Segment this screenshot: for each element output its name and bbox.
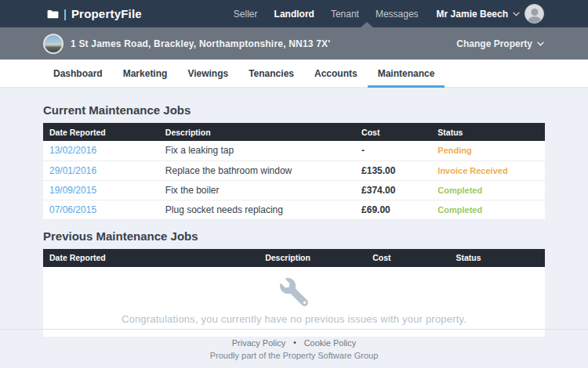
- nav-item-tenant[interactable]: Tenant: [331, 9, 359, 20]
- top-navbar: | PropertyFile Seller Landlord Tenant Me…: [0, 0, 588, 27]
- avatar[interactable]: [524, 4, 544, 23]
- job-date-link[interactable]: 07/06/2015: [49, 204, 96, 215]
- job-description: Plug socket needs replacing: [159, 200, 355, 219]
- change-property-label: Change Property: [456, 38, 532, 49]
- empty-state-message: Congratulations, you currently have no p…: [122, 313, 466, 325]
- status-badge: Pending: [431, 141, 545, 161]
- table-row: 07/06/2015 Plug socket needs replacing £…: [43, 200, 545, 219]
- job-date-link[interactable]: 29/01/2016: [49, 165, 96, 176]
- wrench-icon: [280, 278, 308, 306]
- footer-separator: •: [293, 338, 296, 347]
- table-row: 13/02/2016 Fix a leaking tap - Pending: [43, 141, 545, 161]
- tab-maintenance[interactable]: Maintenance: [368, 60, 445, 87]
- user-menu[interactable]: Mr Jamie Beech: [437, 4, 544, 23]
- property-address: 1 St James Road, Brackley, Northamptonsh…: [71, 38, 330, 49]
- col-header-cost: Cost: [366, 249, 449, 267]
- col-header-date: Date Reported: [43, 123, 159, 141]
- status-badge: Completed: [431, 200, 545, 219]
- folder-icon: [47, 9, 59, 19]
- logo-text: PropertyFile: [71, 7, 142, 20]
- property-photo-thumbnail[interactable]: [43, 34, 64, 54]
- user-name: Mr Jamie Beech: [437, 9, 508, 20]
- section-tabs: Dashboard Marketing Viewings Tenancies A…: [0, 60, 588, 88]
- col-header-date: Date Reported: [43, 249, 259, 267]
- chevron-down-icon: [513, 12, 520, 16]
- job-date-link[interactable]: 19/09/2015: [49, 185, 96, 196]
- col-header-description: Description: [159, 123, 355, 141]
- job-description: Fix a leaking tap: [159, 141, 355, 161]
- tab-tenancies[interactable]: Tenancies: [238, 60, 304, 87]
- table-header-row: Date Reported Description Cost Status: [43, 249, 545, 267]
- col-header-status: Status: [449, 249, 545, 267]
- job-cost: £374.00: [355, 180, 431, 200]
- tab-marketing[interactable]: Marketing: [113, 60, 178, 87]
- job-description: Fix the boiler: [159, 180, 355, 200]
- nav-item-landlord[interactable]: Landlord: [274, 9, 314, 20]
- previous-jobs-table: Date Reported Description Cost Status: [43, 249, 545, 267]
- footer-links: Privacy Policy • Cookie Policy: [232, 338, 357, 348]
- job-cost: £135.00: [355, 161, 431, 180]
- current-jobs-table: Date Reported Description Cost Status 13…: [43, 123, 545, 220]
- tab-dashboard[interactable]: Dashboard: [43, 60, 113, 87]
- avatar-person-icon: [531, 9, 538, 16]
- status-badge: Invoice Received: [431, 161, 545, 180]
- nav-item-messages[interactable]: Messages: [376, 9, 419, 20]
- previous-jobs-title: Previous Maintenance Jobs: [43, 229, 545, 243]
- change-property-button[interactable]: Change Property: [456, 38, 544, 49]
- property-bar: 1 St James Road, Brackley, Northamptonsh…: [0, 27, 588, 60]
- job-description: Replace the bathroom window: [159, 161, 355, 180]
- main-content: Current Maintenance Jobs Date Reported D…: [0, 88, 588, 337]
- job-cost: -: [355, 141, 431, 161]
- previous-jobs-empty-state: Congratulations, you currently have no p…: [43, 267, 545, 337]
- table-row: 19/09/2015 Fix the boiler £374.00 Comple…: [43, 180, 545, 200]
- active-nav-caret: [361, 22, 373, 27]
- cookie-policy-link[interactable]: Cookie Policy: [304, 338, 357, 348]
- status-badge: Completed: [431, 180, 545, 200]
- chevron-down-icon: [537, 41, 544, 46]
- privacy-policy-link[interactable]: Privacy Policy: [232, 338, 285, 348]
- tab-viewings[interactable]: Viewings: [177, 60, 238, 87]
- table-row: 29/01/2016 Replace the bathroom window £…: [43, 161, 545, 180]
- job-date-link[interactable]: 13/02/2016: [49, 145, 96, 156]
- nav-item-seller[interactable]: Seller: [234, 9, 258, 20]
- current-jobs-title: Current Maintenance Jobs: [43, 103, 545, 117]
- tab-accounts[interactable]: Accounts: [304, 60, 368, 87]
- table-header-row: Date Reported Description Cost Status: [43, 123, 545, 141]
- footer-tagline: Proudly part of the Property Software Gr…: [210, 351, 379, 360]
- col-header-description: Description: [259, 249, 366, 267]
- logo-divider: |: [64, 7, 67, 20]
- page-footer: Privacy Policy • Cookie Policy Proudly p…: [0, 329, 588, 368]
- app-logo[interactable]: | PropertyFile: [47, 7, 142, 20]
- col-header-status: Status: [431, 123, 545, 141]
- primary-nav: Seller Landlord Tenant Messages Mr Jamie…: [234, 4, 544, 23]
- col-header-cost: Cost: [355, 123, 431, 141]
- job-cost: £69.00: [355, 200, 431, 219]
